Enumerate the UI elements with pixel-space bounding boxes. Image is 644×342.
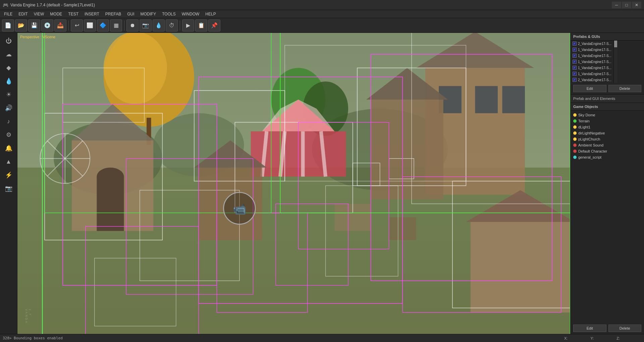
menu-item-modify[interactable]: MODIFY bbox=[138, 11, 159, 17]
sidebar-icon-11[interactable]: 📷 bbox=[3, 182, 15, 194]
go-edit-button[interactable]: Edit bbox=[573, 325, 606, 332]
go-name-3: dirLightNegative bbox=[578, 131, 605, 135]
go-dot-5 bbox=[573, 144, 577, 147]
prefab-item-0[interactable]: ✓2_VandaEngine17-S... bbox=[571, 41, 613, 47]
menu-item-tools[interactable]: TOOLS bbox=[159, 11, 178, 17]
menu-item-prefab[interactable]: PREFAB bbox=[103, 11, 124, 17]
go-dot-2 bbox=[573, 125, 577, 129]
sidebar-icon-1[interactable]: ☁ bbox=[3, 48, 15, 60]
prefab-text-3: 1_VandaEngine17-S... bbox=[578, 60, 611, 64]
go-name-6: Default Character bbox=[578, 149, 607, 153]
menu-item-edit[interactable]: EDIT bbox=[16, 11, 30, 17]
prefab-item-5[interactable]: ✓1_VandaEngine17-S... bbox=[571, 71, 613, 77]
sidebar-icon-2[interactable]: ◆ bbox=[3, 62, 15, 74]
prefab-item-2[interactable]: ✓1_VandaEngine17-S... bbox=[571, 53, 613, 59]
toolbar-btn-9[interactable]: ⏺ bbox=[126, 19, 139, 32]
menu-bar: FILEEDITVIEWMODETESTINSERTPREFABGUIMODIF… bbox=[0, 10, 644, 18]
prefab-item-6[interactable]: ✓2_VandaEngine17-S... bbox=[571, 77, 613, 83]
sidebar-icon-0[interactable]: ⏻ bbox=[3, 35, 15, 47]
prefab-checkbox-5[interactable]: ✓ bbox=[573, 72, 577, 76]
go-dot-3 bbox=[573, 131, 577, 135]
prefab-delete-button[interactable]: Delete bbox=[608, 85, 642, 92]
toolbar-btn-15[interactable]: 📌 bbox=[208, 19, 220, 32]
toolbar: 📄📂💾💿📥↩⬜🔷▦⏺📷💧⏱▶📋📌 bbox=[0, 18, 644, 33]
menu-item-view[interactable]: VIEW bbox=[31, 11, 47, 17]
toolbar-btn-8[interactable]: ▦ bbox=[110, 19, 122, 32]
go-item-4[interactable]: pLightChurch bbox=[571, 136, 644, 142]
menu-item-help[interactable]: HELP bbox=[203, 11, 218, 17]
left-sidebar: ⏻☁◆💧☀🔊♪⚙🔔▲⚡📷 bbox=[0, 33, 17, 334]
go-name-4: pLightChurch bbox=[578, 137, 600, 141]
menu-item-test[interactable]: TEST bbox=[65, 11, 81, 17]
go-dot-0 bbox=[573, 113, 577, 117]
prefab-checkbox-4[interactable]: ✓ bbox=[573, 66, 577, 70]
prefab-buttons: Edit Delete bbox=[571, 83, 644, 94]
sidebar-icon-9[interactable]: ▲ bbox=[3, 156, 15, 168]
toolbar-btn-3[interactable]: 💿 bbox=[41, 19, 53, 32]
prefab-edit-button[interactable]: Edit bbox=[573, 85, 606, 92]
prefab-checkbox-0[interactable]: ✓ bbox=[573, 42, 577, 46]
toolbar-btn-0[interactable]: 📄 bbox=[2, 19, 14, 32]
toolbar-btn-14[interactable]: 📋 bbox=[195, 19, 207, 32]
toolbar-btn-4[interactable]: 📥 bbox=[54, 19, 66, 32]
sidebar-icon-4[interactable]: ☀ bbox=[3, 89, 15, 101]
menu-item-mode[interactable]: MODE bbox=[47, 11, 65, 17]
toolbar-btn-13[interactable]: ▶ bbox=[182, 19, 194, 32]
sidebar-icon-3[interactable]: 💧 bbox=[3, 75, 15, 87]
go-name-7: general_script bbox=[578, 155, 601, 159]
sidebar-icon-6[interactable]: ♪ bbox=[3, 115, 15, 127]
go-dot-4 bbox=[573, 137, 577, 141]
go-name-5: Ambient Sound bbox=[578, 143, 603, 147]
toolbar-separator bbox=[180, 20, 180, 31]
prefab-item-3[interactable]: ✓1_VandaEngine17-S... bbox=[571, 59, 613, 65]
menu-item-insert[interactable]: INSERT bbox=[82, 11, 102, 17]
toolbar-btn-2[interactable]: 💾 bbox=[28, 19, 40, 32]
sidebar-icon-10[interactable]: ⚡ bbox=[3, 169, 15, 181]
minimize-button[interactable]: ─ bbox=[612, 2, 621, 8]
close-button[interactable]: ✕ bbox=[632, 2, 641, 8]
toolbar-btn-11[interactable]: 💧 bbox=[153, 19, 165, 32]
app-icon: 🎮 bbox=[3, 2, 8, 8]
menu-item-file[interactable]: FILE bbox=[1, 11, 15, 17]
status-text: 328> Bounding boxes enabled bbox=[3, 336, 557, 340]
svg-text:📹: 📹 bbox=[233, 203, 247, 216]
toolbar-btn-10[interactable]: 📷 bbox=[140, 19, 152, 32]
maximize-button[interactable]: □ bbox=[622, 2, 631, 8]
toolbar-btn-5[interactable]: ↩ bbox=[71, 19, 83, 32]
menu-item-window[interactable]: WINDOW bbox=[179, 11, 202, 17]
main-layout: ⏻☁◆💧☀🔊♪⚙🔔▲⚡📷 Perspective : VScene bbox=[0, 33, 644, 334]
sidebar-icon-7[interactable]: ⚙ bbox=[3, 129, 15, 141]
sidebar-icon-5[interactable]: 🔊 bbox=[3, 102, 15, 114]
go-item-2[interactable]: dLight1 bbox=[571, 124, 644, 130]
go-item-1[interactable]: Terrain bbox=[571, 118, 644, 124]
sidebar-icon-8[interactable]: 🔔 bbox=[3, 142, 15, 154]
prefab-item-4[interactable]: ✓1_VandaEngine17-S... bbox=[571, 65, 613, 71]
go-delete-button[interactable]: Delete bbox=[608, 325, 642, 332]
go-item-3[interactable]: dirLightNegative bbox=[571, 130, 644, 136]
prefab-text-0: 2_VandaEngine17-S... bbox=[578, 42, 611, 46]
go-name-2: dLight1 bbox=[578, 125, 590, 129]
scene-background: 📹 1.7VANDA bbox=[17, 33, 570, 334]
prefab-checkbox-2[interactable]: ✓ bbox=[573, 54, 577, 58]
go-item-0[interactable]: Sky Dome bbox=[571, 112, 644, 118]
prefab-text-4: 1_VandaEngine17-S... bbox=[578, 66, 611, 70]
toolbar-btn-12[interactable]: ⏱ bbox=[166, 19, 178, 32]
go-item-5[interactable]: Ambient Sound bbox=[571, 142, 644, 148]
go-dot-1 bbox=[573, 119, 577, 123]
prefab-scrollbar[interactable] bbox=[613, 41, 618, 83]
scene-svg: 📹 bbox=[17, 33, 570, 334]
prefab-item-1[interactable]: ✓1_VandaEngine17-S... bbox=[571, 47, 613, 53]
toolbar-btn-6[interactable]: ⬜ bbox=[84, 19, 96, 32]
prefab-checkbox-1[interactable]: ✓ bbox=[573, 48, 577, 52]
menu-item-gui[interactable]: GUI bbox=[124, 11, 137, 17]
go-item-7[interactable]: general_script bbox=[571, 154, 644, 160]
game-objects-section: Game Objects Sky DomeTerraindLight1dirLi… bbox=[571, 103, 644, 334]
viewport[interactable]: Perspective : VScene bbox=[17, 33, 570, 334]
prefab-checkbox-6[interactable]: ✓ bbox=[573, 78, 577, 82]
title-bar-left: 🎮 Vanda Engine 1.7.4 (default - Sample17… bbox=[3, 2, 95, 8]
toolbar-btn-1[interactable]: 📂 bbox=[15, 19, 27, 32]
prefab-checkbox-3[interactable]: ✓ bbox=[573, 60, 577, 64]
status-bar: 328> Bounding boxes enabled X: Y: Z: bbox=[0, 334, 644, 342]
go-item-6[interactable]: Default Character bbox=[571, 148, 644, 154]
toolbar-btn-7[interactable]: 🔷 bbox=[97, 19, 109, 32]
